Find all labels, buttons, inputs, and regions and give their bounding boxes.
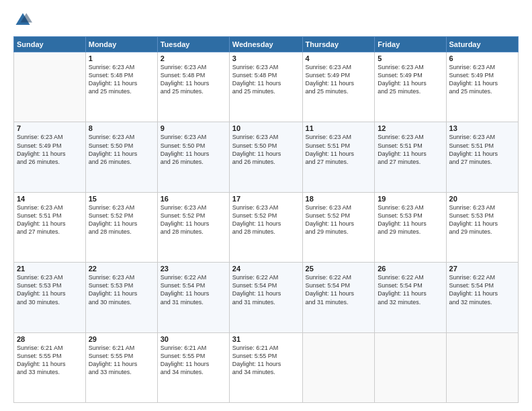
day-info: Sunrise: 6:23 AM Sunset: 5:50 PM Dayligh… (89, 133, 154, 166)
day-info: Sunrise: 6:23 AM Sunset: 5:50 PM Dayligh… (232, 133, 300, 166)
day-number: 11 (306, 124, 372, 132)
day-info: Sunrise: 6:22 AM Sunset: 5:54 PM Dayligh… (232, 273, 300, 306)
header (13, 11, 519, 30)
calendar-cell: 15Sunrise: 6:23 AM Sunset: 5:52 PM Dayli… (85, 192, 157, 262)
day-info: Sunrise: 6:23 AM Sunset: 5:50 PM Dayligh… (161, 133, 226, 166)
day-number: 13 (449, 124, 515, 132)
day-info: Sunrise: 6:23 AM Sunset: 5:48 PM Dayligh… (232, 63, 300, 96)
day-info: Sunrise: 6:23 AM Sunset: 5:48 PM Dayligh… (161, 63, 226, 96)
day-info: Sunrise: 6:23 AM Sunset: 5:49 PM Dayligh… (449, 63, 515, 96)
day-number: 26 (378, 265, 443, 273)
day-number: 21 (17, 265, 83, 273)
day-info: Sunrise: 6:21 AM Sunset: 5:55 PM Dayligh… (232, 344, 300, 377)
calendar-cell: 25Sunrise: 6:22 AM Sunset: 5:54 PM Dayli… (302, 263, 375, 332)
calendar-cell: 29Sunrise: 6:21 AM Sunset: 5:55 PM Dayli… (85, 332, 157, 402)
day-number: 4 (306, 54, 372, 62)
calendar-cell: 16Sunrise: 6:23 AM Sunset: 5:52 PM Dayli… (157, 192, 229, 262)
calendar-cell (446, 332, 518, 402)
day-number: 8 (89, 124, 154, 132)
calendar-cell: 14Sunrise: 6:23 AM Sunset: 5:51 PM Dayli… (14, 192, 86, 262)
calendar-week-row: 28Sunrise: 6:21 AM Sunset: 5:55 PM Dayli… (14, 332, 519, 402)
calendar-cell: 8Sunrise: 6:23 AM Sunset: 5:50 PM Daylig… (85, 122, 157, 192)
day-info: Sunrise: 6:23 AM Sunset: 5:51 PM Dayligh… (306, 133, 372, 166)
calendar-cell: 12Sunrise: 6:23 AM Sunset: 5:51 PM Dayli… (375, 122, 446, 192)
day-info: Sunrise: 6:23 AM Sunset: 5:53 PM Dayligh… (449, 203, 515, 236)
day-number: 12 (378, 124, 443, 132)
logo (13, 11, 35, 30)
calendar-cell: 28Sunrise: 6:21 AM Sunset: 5:55 PM Dayli… (14, 332, 86, 402)
calendar-header-row: SundayMondayTuesdayWednesdayThursdayFrid… (14, 37, 519, 52)
day-info: Sunrise: 6:22 AM Sunset: 5:54 PM Dayligh… (449, 273, 515, 306)
day-info: Sunrise: 6:23 AM Sunset: 5:53 PM Dayligh… (89, 273, 154, 306)
day-number: 9 (161, 124, 226, 132)
day-info: Sunrise: 6:23 AM Sunset: 5:48 PM Dayligh… (89, 63, 154, 96)
day-number: 27 (449, 265, 515, 273)
day-number: 19 (378, 195, 443, 203)
day-info: Sunrise: 6:21 AM Sunset: 5:55 PM Dayligh… (161, 344, 226, 377)
day-number: 20 (449, 195, 515, 203)
calendar-cell (14, 52, 86, 122)
weekday-header: Thursday (302, 37, 375, 52)
calendar-week-row: 7Sunrise: 6:23 AM Sunset: 5:49 PM Daylig… (14, 122, 519, 192)
calendar-cell: 9Sunrise: 6:23 AM Sunset: 5:50 PM Daylig… (157, 122, 229, 192)
day-number: 16 (161, 195, 226, 203)
day-number: 1 (89, 54, 154, 62)
day-number: 30 (161, 335, 226, 343)
calendar-week-row: 21Sunrise: 6:23 AM Sunset: 5:53 PM Dayli… (14, 263, 519, 332)
calendar-cell: 6Sunrise: 6:23 AM Sunset: 5:49 PM Daylig… (446, 52, 518, 122)
calendar-cell: 11Sunrise: 6:23 AM Sunset: 5:51 PM Dayli… (302, 122, 375, 192)
calendar-cell: 4Sunrise: 6:23 AM Sunset: 5:49 PM Daylig… (302, 52, 375, 122)
calendar-cell: 13Sunrise: 6:23 AM Sunset: 5:51 PM Dayli… (446, 122, 518, 192)
day-number: 6 (449, 54, 515, 62)
day-info: Sunrise: 6:22 AM Sunset: 5:54 PM Dayligh… (378, 273, 443, 306)
calendar-cell (302, 332, 375, 402)
calendar-cell: 31Sunrise: 6:21 AM Sunset: 5:55 PM Dayli… (229, 332, 302, 402)
day-info: Sunrise: 6:23 AM Sunset: 5:49 PM Dayligh… (17, 133, 83, 166)
day-number: 10 (232, 124, 300, 132)
calendar-cell: 22Sunrise: 6:23 AM Sunset: 5:53 PM Dayli… (85, 263, 157, 332)
day-number: 25 (306, 265, 372, 273)
calendar-cell (375, 332, 446, 402)
weekday-header: Wednesday (229, 37, 302, 52)
calendar-cell: 27Sunrise: 6:22 AM Sunset: 5:54 PM Dayli… (446, 263, 518, 332)
calendar-cell: 19Sunrise: 6:23 AM Sunset: 5:53 PM Dayli… (375, 192, 446, 262)
day-info: Sunrise: 6:23 AM Sunset: 5:53 PM Dayligh… (17, 273, 83, 306)
calendar-cell: 26Sunrise: 6:22 AM Sunset: 5:54 PM Dayli… (375, 263, 446, 332)
day-number: 31 (232, 335, 300, 343)
weekday-header: Saturday (446, 37, 518, 52)
calendar-cell: 7Sunrise: 6:23 AM Sunset: 5:49 PM Daylig… (14, 122, 86, 192)
day-number: 24 (232, 265, 300, 273)
day-number: 3 (232, 54, 300, 62)
day-info: Sunrise: 6:23 AM Sunset: 5:51 PM Dayligh… (449, 133, 515, 166)
day-info: Sunrise: 6:23 AM Sunset: 5:52 PM Dayligh… (161, 203, 226, 236)
calendar-cell: 30Sunrise: 6:21 AM Sunset: 5:55 PM Dayli… (157, 332, 229, 402)
weekday-header: Monday (85, 37, 157, 52)
weekday-header: Friday (375, 37, 446, 52)
day-number: 15 (89, 195, 154, 203)
day-info: Sunrise: 6:23 AM Sunset: 5:51 PM Dayligh… (378, 133, 443, 166)
day-info: Sunrise: 6:23 AM Sunset: 5:52 PM Dayligh… (232, 203, 300, 236)
logo-icon (13, 11, 32, 30)
day-info: Sunrise: 6:22 AM Sunset: 5:54 PM Dayligh… (161, 273, 226, 306)
day-number: 23 (161, 265, 226, 273)
day-info: Sunrise: 6:21 AM Sunset: 5:55 PM Dayligh… (17, 344, 83, 377)
weekday-header: Sunday (14, 37, 86, 52)
calendar-cell: 17Sunrise: 6:23 AM Sunset: 5:52 PM Dayli… (229, 192, 302, 262)
calendar-cell: 20Sunrise: 6:23 AM Sunset: 5:53 PM Dayli… (446, 192, 518, 262)
calendar-week-row: 1Sunrise: 6:23 AM Sunset: 5:48 PM Daylig… (14, 52, 519, 122)
day-info: Sunrise: 6:23 AM Sunset: 5:53 PM Dayligh… (378, 203, 443, 236)
day-number: 7 (17, 124, 83, 132)
calendar-cell: 10Sunrise: 6:23 AM Sunset: 5:50 PM Dayli… (229, 122, 302, 192)
day-number: 17 (232, 195, 300, 203)
calendar-cell: 18Sunrise: 6:23 AM Sunset: 5:52 PM Dayli… (302, 192, 375, 262)
day-number: 18 (306, 195, 372, 203)
calendar-cell: 5Sunrise: 6:23 AM Sunset: 5:49 PM Daylig… (375, 52, 446, 122)
day-info: Sunrise: 6:23 AM Sunset: 5:52 PM Dayligh… (306, 203, 372, 236)
calendar-cell: 2Sunrise: 6:23 AM Sunset: 5:48 PM Daylig… (157, 52, 229, 122)
day-info: Sunrise: 6:23 AM Sunset: 5:49 PM Dayligh… (378, 63, 443, 96)
day-info: Sunrise: 6:23 AM Sunset: 5:52 PM Dayligh… (89, 203, 154, 236)
day-number: 5 (378, 54, 443, 62)
day-number: 22 (89, 265, 154, 273)
weekday-header: Tuesday (157, 37, 229, 52)
day-number: 28 (17, 335, 83, 343)
